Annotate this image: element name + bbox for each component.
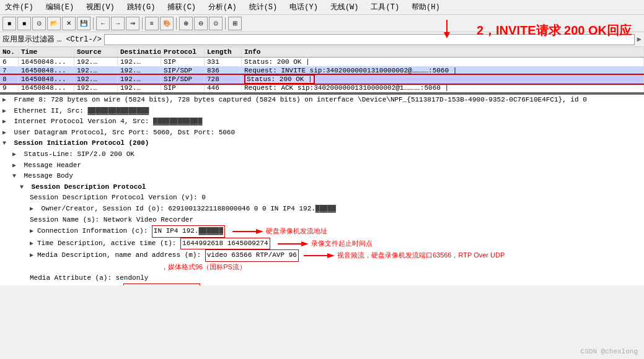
sip-msg-header[interactable]: ▶ Message Header	[0, 160, 644, 171]
main-container: No. Time Source Destination Protocol Len…	[0, 47, 644, 357]
toolbar-colorize-btn[interactable]: 🎨	[160, 17, 174, 30]
menu-tools[interactable]: 工具(T)	[368, 1, 402, 13]
col-source[interactable]: Source	[74, 48, 118, 56]
sdp-version[interactable]: Session Description Protocol Version (v)…	[0, 192, 644, 204]
sdp-media[interactable]: ▶ Media Description, name and address (m…	[0, 249, 644, 262]
toolbar-sep2	[142, 17, 143, 30]
big-annotation-text: 2，INVITE请求 200 OK回应	[477, 22, 632, 39]
sip-status-expand: ▶	[12, 150, 20, 160]
row9-proto: SIP	[161, 84, 205, 92]
col-time: Time	[19, 48, 74, 56]
col-no: No.	[0, 48, 19, 56]
filter-shortcut: … <Ctrl-/>	[57, 35, 102, 44]
row9-info: Request: ACK sip:34020000001310000002@1……	[242, 84, 644, 92]
ethernet-expand-icon: ▶	[2, 106, 10, 116]
row9-time: 16450848...	[19, 84, 74, 92]
col-len[interactable]: Length	[205, 48, 242, 56]
ip-expand-icon: ▶	[2, 117, 10, 127]
udp-line: User Datagram Protocol, Src Port: 5060, …	[14, 129, 235, 136]
toolbar-zoomout-btn[interactable]: ⊖	[194, 17, 208, 30]
sdp-connection-expand: ▶	[30, 227, 37, 236]
toolbar-goto-btn[interactable]: ⇒	[126, 17, 139, 30]
col-proto[interactable]: Protocol	[161, 48, 205, 56]
packet-row-6[interactable]: 6 16450848... 192.… 192.… SIP 331 Status…	[0, 58, 644, 66]
toolbar-restart-btn[interactable]: ⊙	[32, 17, 46, 30]
arrow-right-icon	[232, 228, 263, 235]
sdp-connection[interactable]: ▶ Connection Information (c): IN IP4 192…	[0, 225, 644, 238]
menu-capture[interactable]: 捕获(C)	[165, 1, 198, 13]
menu-file[interactable]: 文件(F)	[2, 1, 36, 13]
toolbar-back-btn[interactable]: ←	[96, 17, 110, 30]
packet-row-9[interactable]: 9 16450848... 192.… 192.… SIP 446 Reques…	[0, 84, 644, 92]
menu-help[interactable]: 帮助(H)	[409, 1, 443, 13]
row6-info: Status: 200 OK |	[242, 58, 644, 66]
watermark: CSDN @chexlong	[581, 348, 638, 355]
sdp-rtpmap[interactable]: ▶ Media Attribute (a): rtpmap:96 PS/9000…	[0, 283, 644, 285]
sip-status-line[interactable]: ▶ Status-Line: SIP/2.0 200 OK	[0, 149, 644, 160]
toolbar-stop-btn[interactable]: ■	[2, 17, 16, 30]
filter-arrow-icon: ▶	[637, 35, 642, 44]
sdp-rtpmap-expand: ▶	[30, 285, 37, 285]
svg-marker-5	[301, 241, 309, 246]
arrow-right-time-icon	[278, 240, 309, 248]
toolbar-scroll-btn[interactable]: ≡	[145, 17, 159, 30]
ethernet-line: Ethernet II, Src: ▓▓▓▓▓▓▓▓▓▓▓▓▓▓▓	[14, 107, 149, 115]
row8-proto: SIP/SDP	[161, 75, 205, 84]
filter-label: 应用显示过滤器	[2, 34, 55, 45]
row7-src: 192.…	[74, 66, 118, 75]
row8-time: 16450848...	[19, 75, 74, 84]
sdp-sendonly[interactable]: Media Attribute (a): sendonly	[0, 273, 644, 284]
menu-phone[interactable]: 电话(Y)	[287, 1, 320, 13]
svg-marker-1	[444, 32, 450, 38]
toolbar-zoomin-btn[interactable]: ⊕	[179, 17, 193, 30]
toolbar-resize-btn[interactable]: ⊞	[228, 17, 242, 30]
udp-tree-item[interactable]: ▶ User Datagram Protocol, Src Port: 5060…	[0, 128, 644, 139]
row7-len: 836	[205, 66, 242, 75]
sip-tree-item[interactable]: ▼ Session Initiation Protocol (200)	[0, 138, 644, 149]
menu-stats[interactable]: 统计(S)	[247, 1, 280, 13]
toolbar-open-btn[interactable]: 📂	[47, 17, 61, 30]
sip-header-expand: ▶	[12, 161, 20, 171]
ethernet-tree-item[interactable]: ▶ Ethernet II, Src: ▓▓▓▓▓▓▓▓▓▓▓▓▓▓▓	[0, 106, 644, 117]
menu-wireless[interactable]: 无线(W)	[328, 1, 361, 13]
sip-expand-icon: ▼	[2, 139, 10, 149]
row8-src: 192.…	[74, 75, 118, 84]
frame-tree-item[interactable]: ▶ Frame 8: 728 bytes on wire (5824 bits)…	[0, 95, 644, 106]
menu-goto[interactable]: 跳转(G)	[125, 1, 158, 13]
row6-dst: 192.…	[118, 58, 161, 66]
sdp-owner[interactable]: ▶ Owner/Creator, Session Id (o): 6291001…	[0, 204, 644, 215]
annotation-time: 录像文件起止时间点	[311, 238, 373, 249]
col-dest[interactable]: Destination	[118, 48, 161, 56]
frame-line: Frame 8: 728 bytes on wire (5824 bits), …	[14, 96, 587, 103]
menu-analyze[interactable]: 分析(A)	[206, 1, 239, 13]
ip-tree-item[interactable]: ▶ Internet Protocol Version 4, Src: ▓▓▓▓…	[0, 116, 644, 128]
packet-area: No. Time Source Destination Protocol Len…	[0, 47, 644, 93]
arrow-down-icon	[422, 20, 472, 38]
row9-dst: 192.…	[118, 84, 161, 92]
col-info[interactable]: Info	[242, 48, 644, 56]
sdp-session-name[interactable]: Session Name (s): Network Video Recorder	[0, 215, 644, 226]
sdp-tree-item[interactable]: ▼ Session Description Protocol	[0, 182, 644, 193]
toolbar-save-btn[interactable]: 💾	[77, 17, 90, 30]
toolbar: ■ ■ ⊙ 📂 ✕ 💾 ← → ⇒ ≡ 🎨 ⊕ ⊖ ⊙ ⊞ 2，INVITE请求…	[0, 15, 644, 32]
toolbar-fwd-btn[interactable]: →	[111, 17, 125, 30]
menu-view[interactable]: 视图(V)	[84, 1, 117, 13]
row7-no: 7	[0, 66, 19, 75]
packet-row-8[interactable]: 8 16450848... 192.… 192.… SIP/SDP 728 St…	[0, 75, 644, 84]
packet-row-7[interactable]: 7 16450848... 192.… 192.… SIP/SDP 836 Re…	[0, 66, 644, 75]
sip-msg-body[interactable]: ▼ Message Body	[0, 171, 644, 182]
toolbar-stop2-btn[interactable]: ■	[17, 17, 31, 30]
frame-expand-icon: ▶	[2, 95, 10, 105]
toolbar-zoomreset-btn[interactable]: ⊙	[209, 17, 223, 30]
sdp-owner-expand: ▶	[30, 204, 37, 214]
row6-no: 6	[0, 58, 19, 66]
sip-body-expand: ▼	[12, 171, 20, 181]
row6-src: 192.…	[74, 58, 118, 66]
sip-label: Session Initiation Protocol (200)	[14, 139, 149, 147]
sdp-time[interactable]: ▶ Time Description, active time (t): 164…	[0, 238, 644, 250]
toolbar-sep4	[225, 17, 226, 30]
menu-edit[interactable]: 编辑(E)	[43, 1, 77, 13]
detail-panel: ▶ Frame 8: 728 bytes on wire (5824 bits)…	[0, 93, 644, 285]
sdp-expand-icon: ▼	[20, 183, 27, 192]
toolbar-close-btn[interactable]: ✕	[62, 17, 76, 30]
